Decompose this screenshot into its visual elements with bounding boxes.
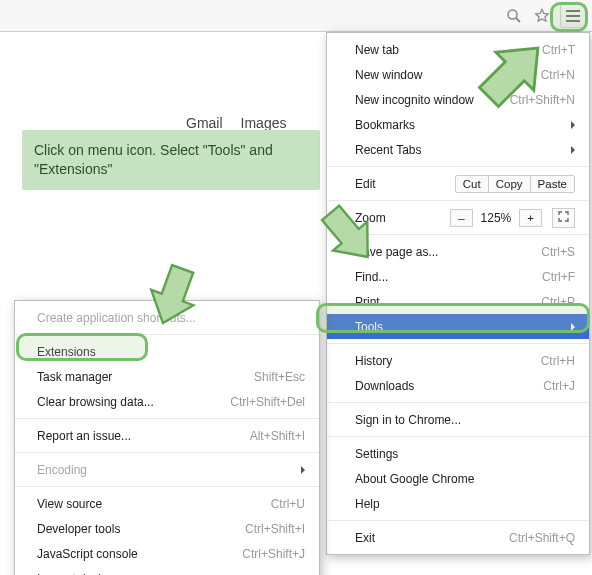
images-link[interactable]: Images [241,115,287,131]
menu-item-label: Settings [355,447,575,461]
menu-item-shortcut: Ctrl+F [542,270,575,284]
menu-item-label: Exit [355,531,509,545]
submenu-inspect-devices[interactable]: Inspect devices [15,566,319,575]
menu-item-label: Extensions [37,345,305,359]
menu-item-label: Downloads [355,379,543,393]
menu-separator [15,334,319,335]
tools-submenu: Create application shortcuts... Extensio… [14,300,320,575]
submenu-task-manager[interactable]: Task manager Shift+Esc [15,364,319,389]
menu-item-shortcut: Ctrl+Shift+Del [230,395,305,409]
menu-item-shortcut: Ctrl+U [271,497,305,511]
menu-item-label: Clear browsing data... [37,395,230,409]
submenu-report-issue[interactable]: Report an issue... Alt+Shift+I [15,423,319,448]
menu-find[interactable]: Find... Ctrl+F [327,264,589,289]
menu-edit-row: Edit Cut Copy Paste [327,171,589,196]
menu-item-label: View source [37,497,271,511]
menu-item-label: Zoom [355,211,450,225]
google-nav-links: Gmail Images [186,115,286,131]
submenu-encoding[interactable]: Encoding [15,457,319,482]
zoom-in-button[interactable]: + [519,209,542,227]
bookmark-star-icon[interactable] [532,6,552,26]
menu-item-label: Print... [355,295,541,309]
menu-item-shortcut: Ctrl+Shift+I [245,522,305,536]
submenu-create-shortcuts: Create application shortcuts... [15,305,319,330]
menu-item-label: Inspect devices [37,572,305,576]
menu-separator [15,486,319,487]
menu-downloads[interactable]: Downloads Ctrl+J [327,373,589,398]
submenu-view-source[interactable]: View source Ctrl+U [15,491,319,516]
browser-toolbar [0,0,592,32]
menu-separator [327,234,589,235]
menu-settings[interactable]: Settings [327,441,589,466]
fullscreen-button[interactable] [552,208,575,228]
menu-item-label: New window [355,68,541,82]
edit-copy-button[interactable]: Copy [488,175,531,193]
menu-item-label: Save page as... [355,245,541,259]
menu-item-label: Bookmarks [355,118,575,132]
menu-separator [327,343,589,344]
menu-bookmarks[interactable]: Bookmarks [327,112,589,137]
menu-separator [327,402,589,403]
menu-item-label: History [355,354,541,368]
menu-new-incognito[interactable]: New incognito window Ctrl+Shift+N [327,87,589,112]
submenu-developer-tools[interactable]: Developer tools Ctrl+Shift+I [15,516,319,541]
gmail-link[interactable]: Gmail [186,115,223,131]
menu-item-label: JavaScript console [37,547,242,561]
zoom-out-button[interactable]: – [450,209,472,227]
menu-item-label: Developer tools [37,522,245,536]
menu-history[interactable]: History Ctrl+H [327,348,589,373]
zoom-value: 125% [477,211,516,225]
chrome-menu-button[interactable] [560,4,586,28]
menu-item-shortcut: Shift+Esc [254,370,305,384]
menu-separator [15,452,319,453]
menu-item-shortcut: Ctrl+N [541,68,575,82]
menu-item-shortcut: Alt+Shift+I [250,429,305,443]
menu-separator [327,166,589,167]
menu-item-label: Recent Tabs [355,143,575,157]
menu-print[interactable]: Print... Ctrl+P [327,289,589,314]
chrome-main-menu: New tab Ctrl+T New window Ctrl+N New inc… [326,32,590,555]
hamburger-icon [566,15,580,17]
menu-item-shortcut: Ctrl+Shift+N [510,93,575,107]
menu-item-shortcut: Ctrl+Shift+J [242,547,305,561]
submenu-extensions[interactable]: Extensions [15,339,319,364]
menu-new-tab[interactable]: New tab Ctrl+T [327,37,589,62]
menu-about[interactable]: About Google Chrome [327,466,589,491]
edit-paste-button[interactable]: Paste [530,175,575,193]
menu-item-label: Encoding [37,463,305,477]
menu-item-shortcut: Ctrl+J [543,379,575,393]
menu-separator [327,200,589,201]
zoom-indicator-icon[interactable] [504,6,524,26]
menu-item-shortcut: Ctrl+T [542,43,575,57]
menu-help[interactable]: Help [327,491,589,516]
menu-item-label: About Google Chrome [355,472,575,486]
edit-cut-button[interactable]: Cut [455,175,489,193]
menu-new-window[interactable]: New window Ctrl+N [327,62,589,87]
menu-recent-tabs[interactable]: Recent Tabs [327,137,589,162]
submenu-clear-browsing-data[interactable]: Clear browsing data... Ctrl+Shift+Del [15,389,319,414]
menu-separator [15,418,319,419]
menu-zoom-row: Zoom – 125% + [327,205,589,230]
menu-item-label: Report an issue... [37,429,250,443]
menu-save-page-as[interactable]: Save page as... Ctrl+S [327,239,589,264]
svg-line-1 [516,18,520,22]
menu-item-label: Find... [355,270,542,284]
menu-item-label: Task manager [37,370,254,384]
menu-separator [327,436,589,437]
menu-item-label: Sign in to Chrome... [355,413,575,427]
instruction-callout: Click on menu icon. Select "Tools" and "… [22,130,320,190]
submenu-js-console[interactable]: JavaScript console Ctrl+Shift+J [15,541,319,566]
menu-sign-in[interactable]: Sign in to Chrome... [327,407,589,432]
menu-item-shortcut: Ctrl+H [541,354,575,368]
menu-item-label: Tools [355,320,575,334]
menu-item-label: Help [355,497,575,511]
menu-item-label: New incognito window [355,93,510,107]
menu-item-shortcut: Ctrl+P [541,295,575,309]
menu-exit[interactable]: Exit Ctrl+Shift+Q [327,525,589,550]
menu-tools[interactable]: Tools [327,314,589,339]
menu-item-label: Edit [355,177,456,191]
menu-item-shortcut: Ctrl+Shift+Q [509,531,575,545]
menu-item-label: New tab [355,43,542,57]
menu-item-label: Create application shortcuts... [37,311,305,325]
menu-item-shortcut: Ctrl+S [541,245,575,259]
